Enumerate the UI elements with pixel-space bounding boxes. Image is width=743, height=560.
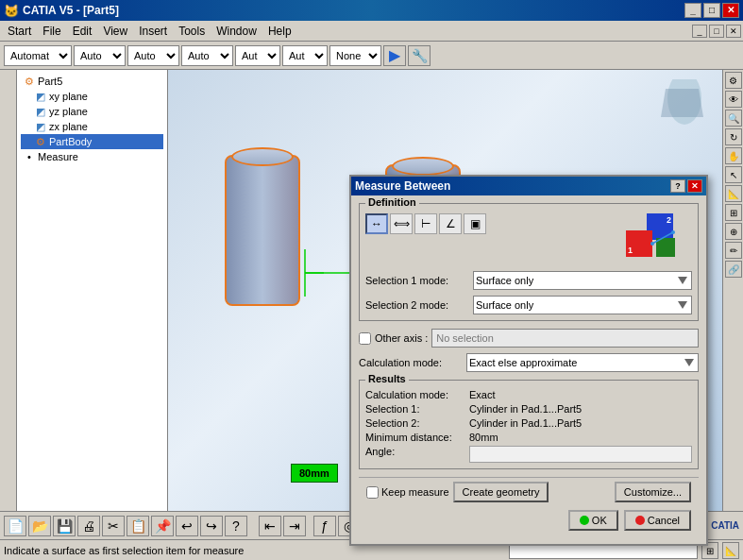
cancel-icon xyxy=(635,516,645,525)
menu-window[interactable]: Window xyxy=(211,23,262,40)
axis-calc-section: Other axis : Calculation mode: Exact els… xyxy=(359,329,699,372)
tree-item-part5[interactable]: ⚙ Part5 xyxy=(21,74,163,89)
results-label: Results xyxy=(365,373,409,384)
bottom-btn-nav2[interactable]: ⇥ xyxy=(283,516,306,536)
bg-shape xyxy=(628,79,703,145)
right-btn-edit[interactable]: ✏ xyxy=(725,242,742,259)
right-btn-settings[interactable]: ⚙ xyxy=(725,72,742,89)
dialog-close-button[interactable]: ✕ xyxy=(687,179,702,193)
menu-minimize-button[interactable]: _ xyxy=(692,25,707,38)
bottom-btn-open[interactable]: 📂 xyxy=(28,516,51,536)
toolbar-dropdown-none[interactable]: None xyxy=(329,45,381,66)
result-mindist-key: Minimum distance: xyxy=(365,432,469,443)
bottom-btn-undo[interactable]: ↩ xyxy=(176,516,198,536)
tree-item-xyplane[interactable]: ◩ xy plane xyxy=(21,89,163,104)
calc-mode-label: Calculation mode: xyxy=(359,357,463,368)
right-btn-compass[interactable]: ⊕ xyxy=(725,223,742,240)
other-axis-checkbox[interactable] xyxy=(359,332,371,345)
results-section: Results Calculation mode: Exact Selectio… xyxy=(359,380,699,469)
dialog-title-controls[interactable]: ? ✕ xyxy=(670,179,702,193)
toolbar-dropdown-auto1[interactable]: Auto xyxy=(74,45,126,66)
ok-button[interactable]: OK xyxy=(568,510,618,531)
tree-label-partbody: PartBody xyxy=(49,136,92,147)
toolbar-dropdown-auto2[interactable]: Auto xyxy=(127,45,179,66)
dimension-label: 80mm xyxy=(291,464,338,483)
maximize-button[interactable]: □ xyxy=(703,3,720,18)
cancel-button[interactable]: Cancel xyxy=(624,510,691,531)
dialog-titlebar: Measure Between ? ✕ xyxy=(351,177,706,195)
def-icon-chain[interactable]: ⟺ xyxy=(390,213,413,234)
dialog-content: Definition ↔ ⟺ ⊢ ∠ ▣ 2 xyxy=(351,195,706,544)
menu-start[interactable]: Start xyxy=(2,23,37,40)
selection1-dropdown[interactable]: Surface only Any geometry Point only Edg… xyxy=(473,271,692,290)
title-bar: 🐱 CATIA V5 - [Part5] _ □ ✕ xyxy=(0,0,743,21)
def-icon-angle[interactable]: ∠ xyxy=(439,213,462,234)
toolbar-dropdown-auto3[interactable]: Auto xyxy=(181,45,233,66)
keep-measure-label: Keep measure xyxy=(381,486,449,498)
right-btn-select[interactable]: ↖ xyxy=(725,166,742,183)
dialog-action-row: Keep measure Create geometry Customize..… xyxy=(359,477,699,506)
toolbar-dropdown-aut1[interactable]: Aut xyxy=(235,45,280,66)
calc-mode-dropdown[interactable]: Exact else approximate Exact Approximate xyxy=(466,353,699,372)
status-message: Indicate a surface as first selection it… xyxy=(4,545,505,556)
other-axis-input[interactable] xyxy=(431,329,699,348)
customize-button[interactable]: Customize... xyxy=(615,482,691,502)
right-btn-grid[interactable]: ⊞ xyxy=(725,204,742,221)
right-btn-view[interactable]: 👁 xyxy=(725,91,742,108)
keep-measure-checkbox[interactable] xyxy=(366,486,379,499)
menu-insert[interactable]: Insert xyxy=(133,23,173,40)
toolbar-btn-2[interactable]: 🔧 xyxy=(408,45,431,66)
result-calc-mode-key: Calculation mode: xyxy=(365,389,469,400)
bottom-btn-help[interactable]: ? xyxy=(225,516,247,536)
menu-view[interactable]: View xyxy=(97,23,133,40)
menu-tools[interactable]: Tools xyxy=(173,23,211,40)
def-icon-distance[interactable]: ↔ xyxy=(365,213,388,234)
menu-file[interactable]: File xyxy=(37,23,66,40)
right-btn-zoom[interactable]: 🔍 xyxy=(725,110,742,127)
right-btn-measure2[interactable]: 📐 xyxy=(725,185,742,202)
toolbar-dropdown-aut2[interactable]: Aut xyxy=(282,45,328,66)
right-btn-rotate[interactable]: ↻ xyxy=(725,128,742,145)
title-bar-left: 🐱 CATIA V5 - [Part5] xyxy=(4,4,119,18)
calc-mode-row: Calculation mode: Exact else approximate… xyxy=(359,353,699,372)
other-axis-label: Other axis : xyxy=(375,332,428,344)
selection1-label: Selection 1 mode: xyxy=(365,275,469,286)
menu-edit[interactable]: Edit xyxy=(67,23,98,40)
create-geometry-button[interactable]: Create geometry xyxy=(453,482,549,502)
toolbar-btn-1[interactable]: ▶ xyxy=(383,45,406,66)
bottom-btn-print[interactable]: 🖨 xyxy=(77,516,100,536)
menu-help[interactable]: Help xyxy=(262,23,297,40)
dialog-title: Measure Between xyxy=(355,179,450,193)
minimize-button[interactable]: _ xyxy=(684,3,701,18)
bottom-btn-cut[interactable]: ✂ xyxy=(102,516,125,536)
preview-cube-green xyxy=(656,238,675,257)
menu-restore-button[interactable]: □ xyxy=(709,25,724,38)
bottom-btn-save[interactable]: 💾 xyxy=(53,516,76,536)
right-btn-pan[interactable]: ✋ xyxy=(725,147,742,164)
menu-close-button[interactable]: ✕ xyxy=(726,25,741,38)
def-icon-perp[interactable]: ⊢ xyxy=(414,213,437,234)
toolbar-dropdown-automat[interactable]: Automat xyxy=(4,45,72,66)
close-button[interactable]: ✕ xyxy=(722,3,739,18)
def-icon-select[interactable]: ▣ xyxy=(464,213,486,234)
definition-icons: ↔ ⟺ ⊢ ∠ ▣ 2 1 xyxy=(365,213,692,265)
bottom-btn-redo[interactable]: ↪ xyxy=(200,516,223,536)
bottom-btn-paste[interactable]: 📌 xyxy=(151,516,174,536)
selection1-mode-row: Selection 1 mode: Surface only Any geome… xyxy=(365,271,692,290)
tree-label-measure: Measure xyxy=(38,151,78,162)
tree-item-zxplane[interactable]: ◩ zx plane xyxy=(21,119,163,134)
tree-item-yzplane[interactable]: ◩ yz plane xyxy=(21,104,163,119)
right-btn-snap[interactable]: 🔗 xyxy=(725,261,742,278)
bottom-btn-func1[interactable]: ƒ xyxy=(313,516,336,536)
plane-icon-xy: ◩ xyxy=(34,90,47,103)
dialog-help-button[interactable]: ? xyxy=(670,179,685,193)
status-icon-2[interactable]: 📐 xyxy=(722,542,739,559)
selection2-mode-row: Selection 2 mode: Surface only Any geome… xyxy=(365,296,692,314)
bottom-btn-copy[interactable]: 📋 xyxy=(127,516,149,536)
bottom-btn-nav1[interactable]: ⇤ xyxy=(259,516,281,536)
title-bar-controls[interactable]: _ □ ✕ xyxy=(684,3,739,18)
tree-item-measure[interactable]: • Measure xyxy=(21,149,163,164)
selection2-dropdown[interactable]: Surface only Any geometry Point only Edg… xyxy=(473,296,692,314)
bottom-btn-new[interactable]: 📄 xyxy=(4,516,26,536)
tree-item-partbody[interactable]: ⚙ PartBody xyxy=(21,134,163,149)
